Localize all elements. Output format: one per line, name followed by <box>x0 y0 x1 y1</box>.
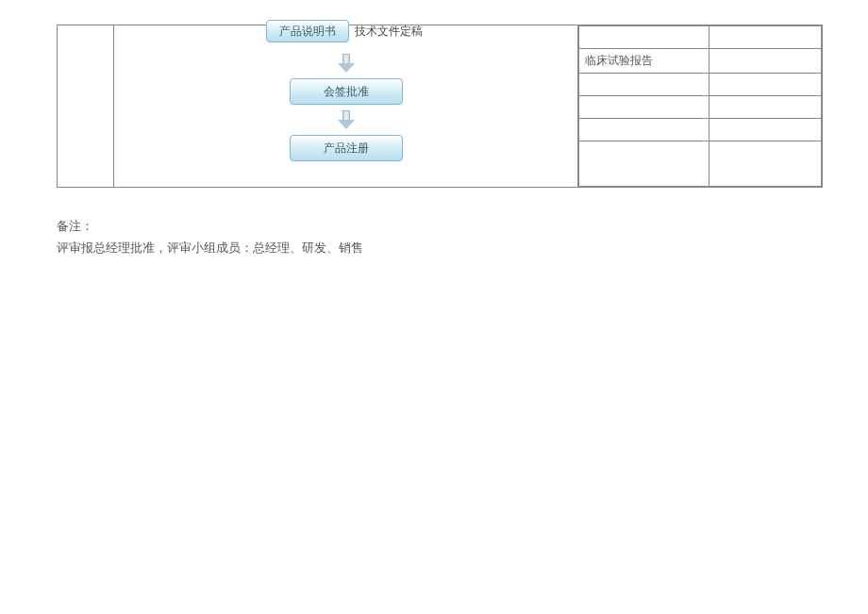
table-cell <box>579 96 709 119</box>
table-cell <box>579 141 709 187</box>
main-layout-table: 产品说明书 技术文件定稿 会签批准 产品注册 临床试验报告 <box>57 25 823 188</box>
notes-body: 评审报总经理批准，评审小组成员：总经理、研发、销售 <box>57 237 363 258</box>
process-box-approval: 会签批准 <box>290 78 403 105</box>
table-cell <box>709 49 822 74</box>
right-side-table: 临床试验报告 <box>578 25 822 187</box>
table-cell <box>579 74 709 96</box>
arrow-down-icon <box>338 110 355 129</box>
table-cell <box>709 141 822 187</box>
right-table-container: 临床试验报告 <box>578 25 823 188</box>
table-cell <box>709 96 822 119</box>
notes-section: 备注： 评审报总经理批准，评审小组成员：总经理、研发、销售 <box>57 215 363 259</box>
table-cell <box>579 119 709 141</box>
left-empty-cell <box>58 25 114 188</box>
table-cell <box>709 119 822 141</box>
arrow-down-icon <box>338 54 355 73</box>
notes-heading: 备注： <box>57 215 363 237</box>
process-box-registration: 产品注册 <box>290 135 403 161</box>
process-side-label-tech-doc: 技术文件定稿 <box>355 24 423 40</box>
process-step-1-group: 产品说明书 技术文件定稿 <box>266 20 426 42</box>
table-cell <box>709 74 822 96</box>
table-cell <box>579 26 709 49</box>
flow-cell: 产品说明书 技术文件定稿 会签批准 产品注册 <box>114 25 578 188</box>
table-cell <box>709 26 822 49</box>
table-cell-clinical-report: 临床试验报告 <box>579 49 709 74</box>
process-box-product-manual: 产品说明书 <box>266 20 349 42</box>
flowchart-area: 产品说明书 技术文件定稿 会签批准 产品注册 <box>114 25 577 186</box>
